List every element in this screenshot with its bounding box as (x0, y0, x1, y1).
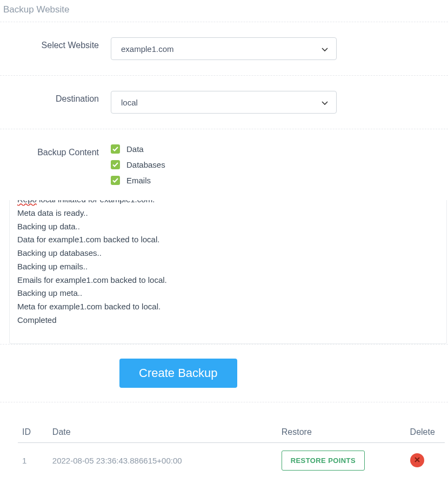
label-destination: Destination (0, 91, 111, 104)
log-line: Backing up emails.. (17, 260, 439, 274)
table-row: 1 2022-08-05 23:36:43.886615+00:00 RESTO… (18, 442, 445, 478)
page-title: Backup Website (0, 0, 448, 22)
log-line: Backing up databases.. (17, 247, 439, 260)
select-website[interactable]: example1.com (111, 37, 337, 60)
th-restore: Restore (277, 422, 406, 443)
label-backup-content: Backup Content (0, 144, 111, 157)
log-line: Backing up meta.. (17, 287, 439, 300)
checkbox-label-emails: Emails (126, 176, 151, 185)
row-select-website: Select Website example1.com (0, 22, 448, 76)
checkbox-list: Data Databases Emails (111, 144, 338, 185)
backups-table-wrap: ID Date Restore Delete 1 2022-08-05 23:3… (0, 402, 448, 478)
row-destination: Destination local (0, 76, 448, 129)
log-line: Emails for example1.com backed to local. (17, 274, 439, 287)
select-destination[interactable]: local (111, 91, 337, 114)
log-panel: Repo local initiated for example1.com. M… (9, 200, 447, 344)
checkbox-label-data: Data (126, 144, 144, 154)
th-date: Date (48, 422, 277, 443)
log-line: Repo local initiated for example1.com. (17, 200, 439, 207)
log-line: Backing up data.. (17, 220, 439, 234)
th-delete: Delete (406, 422, 445, 443)
checkbox-data[interactable] (111, 144, 120, 154)
log-line: Completed (17, 314, 439, 327)
log-line: Meta data is ready.. (17, 207, 439, 220)
checkbox-label-databases: Databases (126, 160, 165, 169)
log-line: Data for example1.com backed to local. (17, 233, 439, 247)
checkbox-databases[interactable] (111, 160, 120, 169)
log-line: Meta for example1.com backed to local. (17, 300, 439, 314)
checkbox-emails[interactable] (111, 176, 120, 185)
cell-delete (406, 442, 445, 478)
close-icon (414, 456, 420, 465)
cell-id: 1 (18, 442, 48, 478)
backups-table: ID Date Restore Delete 1 2022-08-05 23:3… (18, 422, 445, 478)
th-id: ID (18, 422, 48, 443)
label-select-website: Select Website (0, 37, 111, 50)
row-backup-content: Backup Content Data Databases Emails (0, 129, 448, 200)
cell-date: 2022-08-05 23:36:43.886615+00:00 (48, 442, 277, 478)
create-backup-button[interactable]: Create Backup (119, 359, 237, 388)
delete-button[interactable] (410, 453, 424, 467)
action-row: Create Backup (0, 344, 448, 402)
cell-restore: RESTORE POINTS (277, 442, 406, 478)
restore-points-button[interactable]: RESTORE POINTS (282, 451, 365, 471)
